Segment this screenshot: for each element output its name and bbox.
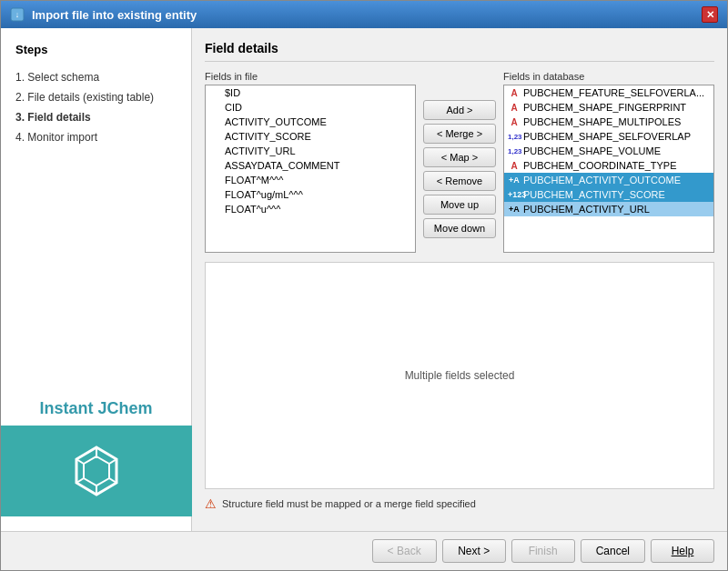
preview-text: Multiple fields selected [405, 369, 515, 382]
step-3-label: Field details [27, 111, 90, 124]
panel-title: Field details [205, 41, 714, 62]
file-fields-inner[interactable]: $ID CID ACTIVITY_OUTCOME ACTIVITY_SCORE … [206, 85, 415, 252]
sidebar: Steps 1. Select schema 2. File details (… [1, 28, 192, 531]
item-label: PUBCHEM_ACTIVITY_OUTCOME [523, 175, 681, 185]
item-icon: 1,23 [508, 133, 521, 141]
warning-icon: ⚠ [205, 496, 217, 511]
step-3-number: 3. [15, 111, 25, 124]
list-item[interactable]: ACTIVITY_OUTCOME [206, 115, 415, 129]
item-label: PUBCHEM_ACTIVITY_SCORE [523, 189, 665, 200]
list-item[interactable]: APUBCHEM_SHAPE_MULTIPOLES [504, 115, 713, 129]
file-fields-container: Fields in file $ID CID ACTIVITY_OUTCOME … [205, 71, 416, 253]
main-panel: Field details Fields in file $ID CID ACT… [192, 28, 727, 531]
preview-area: Multiple fields selected [205, 262, 714, 489]
dialog-title: Import file into existing entity [32, 8, 197, 22]
dialog-icon: ↓ [10, 7, 25, 22]
item-label: FLOAT^ug/mL^^^ [225, 189, 303, 200]
footer-buttons: < Back Next > Finish Cancel Help [1, 531, 727, 570]
item-label: PUBCHEM_COORDINATE_TYPE [523, 160, 677, 171]
step-1: 1. Select schema [15, 67, 177, 87]
item-icon: A [508, 88, 521, 98]
list-item-selected[interactable]: +APUBCHEM_ACTIVITY_OUTCOME [504, 173, 713, 187]
file-fields-listbox[interactable]: $ID CID ACTIVITY_OUTCOME ACTIVITY_SCORE … [205, 85, 416, 253]
hex-icon [69, 444, 124, 498]
list-item[interactable]: FLOAT^M^^^ [206, 173, 415, 187]
file-fields-label: Fields in file [205, 71, 416, 82]
finish-button[interactable]: Finish [511, 539, 575, 563]
db-fields-label: Fields in database [503, 71, 714, 82]
db-fields-container: Fields in database APUBCHEM_FEATURE_SELF… [503, 71, 714, 253]
item-icon: A [508, 117, 521, 127]
cancel-button[interactable]: Cancel [581, 539, 645, 563]
step-2-label: File details (existing table) [27, 91, 154, 104]
list-item-selected-light[interactable]: +APUBCHEM_ACTIVITY_URL [504, 202, 713, 216]
step-3: 3. Field details [15, 107, 177, 127]
list-item[interactable]: FLOAT^ug/mL^^^ [206, 187, 415, 202]
item-label: PUBCHEM_SHAPE_VOLUME [523, 145, 661, 156]
merge-button[interactable]: < Merge > [423, 124, 496, 144]
svg-marker-3 [84, 456, 109, 486]
remove-button[interactable]: < Remove [423, 171, 496, 191]
item-label: FLOAT^u^^^ [225, 204, 280, 215]
item-icon: A [508, 103, 521, 113]
help-button[interactable]: Help [651, 539, 714, 563]
list-item[interactable]: APUBCHEM_FEATURE_SELFOVERLA... [504, 85, 713, 100]
step-4-label: Monitor import [27, 131, 97, 144]
item-icon: +A [508, 175, 521, 185]
list-item[interactable]: FLOAT^u^^^ [206, 202, 415, 216]
brand-logo [1, 426, 192, 516]
back-button[interactable]: < Back [372, 539, 437, 563]
dialog: ↓ Import file into existing entity ✕ Ste… [0, 0, 728, 571]
step-1-number: 1. [15, 71, 25, 84]
list-item-selected[interactable]: +123PUBCHEM_ACTIVITY_SCORE [504, 187, 713, 202]
step-2-number: 2. [15, 91, 25, 104]
move-up-button[interactable]: Move up [423, 195, 496, 215]
brand-name: Instant JChem [15, 399, 177, 418]
list-item[interactable]: ACTIVITY_SCORE [206, 129, 415, 144]
list-item[interactable]: APUBCHEM_SHAPE_FINGERPRINT [504, 100, 713, 115]
svg-text:↓: ↓ [15, 10, 20, 19]
item-label: ACTIVITY_OUTCOME [225, 116, 327, 127]
next-button[interactable]: Next > [442, 539, 506, 563]
item-label: CID [225, 102, 242, 113]
fields-area: Fields in file $ID CID ACTIVITY_OUTCOME … [205, 71, 714, 253]
item-label: PUBCHEM_SHAPE_FINGERPRINT [523, 102, 686, 113]
list-item[interactable]: 1,23PUBCHEM_SHAPE_SELFOVERLAP [504, 129, 713, 144]
item-icon: A [508, 161, 521, 171]
item-label: $ID [225, 87, 240, 98]
list-item[interactable]: APUBCHEM_COORDINATE_TYPE [504, 158, 713, 173]
list-item[interactable]: ACTIVITY_URL [206, 144, 415, 158]
item-label: PUBCHEM_ACTIVITY_URL [523, 204, 650, 215]
db-fields-listbox[interactable]: APUBCHEM_FEATURE_SELFOVERLA... APUBCHEM_… [503, 85, 714, 253]
item-label: PUBCHEM_SHAPE_SELFOVERLAP [523, 131, 691, 142]
item-icon: +A [508, 205, 521, 214]
add-button[interactable]: Add > [423, 100, 496, 120]
step-4: 4. Monitor import [15, 127, 177, 147]
db-fields-inner[interactable]: APUBCHEM_FEATURE_SELFOVERLA... APUBCHEM_… [504, 85, 713, 252]
close-button[interactable]: ✕ [702, 6, 718, 23]
move-down-button[interactable]: Move down [423, 218, 496, 238]
step-4-number: 4. [15, 131, 25, 144]
list-item[interactable]: 1,23PUBCHEM_SHAPE_VOLUME [504, 144, 713, 158]
list-item[interactable]: CID [206, 100, 415, 115]
item-label: FLOAT^M^^^ [225, 175, 283, 185]
item-label: ACTIVITY_SCORE [225, 131, 311, 142]
item-label: PUBCHEM_SHAPE_MULTIPOLES [523, 116, 681, 127]
item-icon: +123 [508, 190, 521, 199]
step-1-label: Select schema [27, 71, 99, 84]
item-label: ACTIVITY_URL [225, 145, 296, 156]
warning-bar: ⚠ Structure field must be mapped or a me… [205, 489, 714, 518]
content-area: Steps 1. Select schema 2. File details (… [1, 28, 727, 531]
branding: Instant JChem [15, 399, 177, 516]
item-icon: 1,23 [508, 147, 521, 155]
middle-buttons: Add > < Merge > < Map > < Remove Move up… [420, 85, 500, 253]
steps-list: 1. Select schema 2. File details (existi… [15, 67, 177, 147]
map-button[interactable]: < Map > [423, 147, 496, 167]
warning-text: Structure field must be mapped or a merg… [222, 498, 476, 509]
steps-title: Steps [15, 43, 177, 56]
item-label: ASSAYDATA_COMMENT [225, 160, 340, 171]
list-item[interactable]: ASSAYDATA_COMMENT [206, 158, 415, 173]
list-item[interactable]: $ID [206, 85, 415, 100]
step-2: 2. File details (existing table) [5, 87, 177, 107]
title-bar: ↓ Import file into existing entity ✕ [1, 1, 727, 28]
